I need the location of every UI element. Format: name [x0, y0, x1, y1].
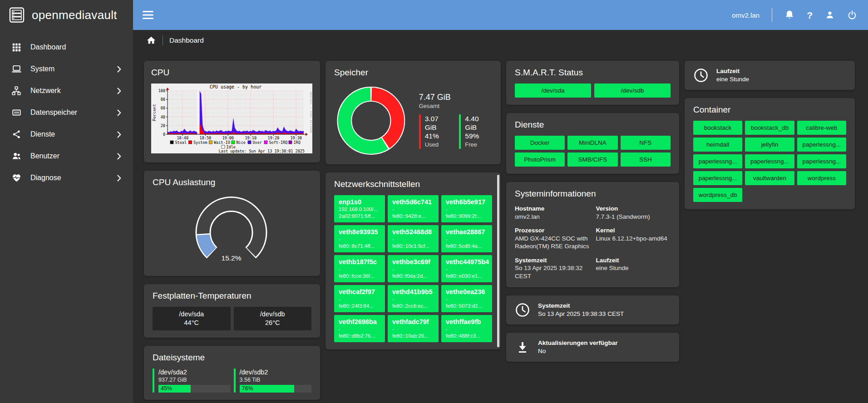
- widget-title: CPU Auslastung: [153, 177, 311, 187]
- services-widget: Dienste DockerMiniDLNANFSPhotoPrismSMB/C…: [506, 113, 679, 174]
- service-status: PhotoPrism: [515, 152, 565, 167]
- interface-address: fe80::488f:c3...: [446, 333, 488, 339]
- widget-title: Speicher: [334, 68, 492, 78]
- sysinfo-label: Version: [596, 205, 671, 213]
- svg-text:60: 60: [161, 106, 165, 110]
- sysinfo-field: Laufzeiteine Stunde: [596, 256, 671, 280]
- interface-name: veth5d6c741: [392, 198, 434, 206]
- filesystem-usage-bar: 76%: [240, 385, 312, 393]
- interface-address: fe80::2cc6:ec...: [392, 303, 434, 310]
- filesystem-accent-bar: [234, 369, 236, 393]
- cpu-usage-graph: 02040608010018:4018:5019:0019:1019:2019:…: [151, 84, 312, 153]
- sysinfo-field: KernelLinux 6.12.12+bpo-amd64: [596, 226, 671, 251]
- filesystem-size: 3.56 TiB: [240, 376, 312, 383]
- interface-name: vethfadc79f: [392, 318, 434, 326]
- interface-address: -: [446, 206, 488, 213]
- interface-name: vethd41b9b5: [392, 288, 434, 296]
- power-icon[interactable]: [847, 10, 857, 20]
- chevron-right-icon: [117, 175, 121, 182]
- system-time-value: So 13 Apr 2025 19:38:33 CEST: [538, 310, 624, 318]
- interface-name: vethb187f5c: [339, 258, 380, 266]
- filesystem-accent-bar: [153, 369, 154, 393]
- cpu-load-gauge: 15.2%: [153, 193, 310, 267]
- smart-device-status: /dev/sda: [515, 84, 591, 98]
- network-interfaces-widget: Netzwerkschnittstellen enp1s0192.168.0.1…: [326, 172, 501, 349]
- widget-title: Aktualisierungen verfügbar: [538, 339, 618, 347]
- network-interface-card: veth6b5e917-fe80::9099:2f...: [441, 195, 492, 222]
- interface-name: vethcaf2f97: [339, 288, 380, 296]
- svg-text:18:50: 18:50: [200, 136, 212, 140]
- interface-name: vethffae9fb: [446, 318, 488, 326]
- bell-icon[interactable]: [784, 10, 794, 20]
- interface-address: -: [339, 236, 380, 243]
- scrollbar-thumb[interactable]: [497, 175, 499, 347]
- svg-text:80: 80: [161, 97, 165, 102]
- sidebar-item-benutzer[interactable]: Benutzer: [0, 145, 133, 167]
- network-interface-card: vethc44975b4-fe80::e030:e1...: [441, 255, 492, 282]
- interface-address: fe80::fcce:36f...: [339, 273, 380, 280]
- svg-text:System: System: [193, 140, 207, 145]
- sysinfo-label: Laufzeit: [596, 256, 671, 265]
- widget-title: Systeminformationen: [515, 189, 671, 199]
- download-icon: [515, 339, 530, 355]
- containers-widget: Container bookstackbookstack_dbcalibre-w…: [685, 98, 855, 209]
- sidebar-item-dienste[interactable]: Dienste: [0, 123, 133, 145]
- interface-address: -: [446, 266, 488, 273]
- diagnostics-icon: [11, 173, 22, 183]
- interface-name: vethf2698ba: [339, 318, 380, 326]
- cpu-widget: CPU 02040608010018:4018:5019:0019:1019:2…: [144, 61, 320, 162]
- sidebar-item-system[interactable]: System: [0, 58, 133, 80]
- network-interface-card: veth52468d8-fe80::10c1:5cf...: [388, 225, 439, 252]
- svg-text:RRDTOOL / TOBI OETIKER: RRDTOOL / TOBI OETIKER: [310, 92, 312, 133]
- widget-title: Dienste: [515, 120, 671, 130]
- disk-temp-value: 44°C: [184, 319, 199, 327]
- chevron-right-icon: [117, 153, 121, 160]
- sidebar-item-label: Dashboard: [30, 43, 66, 51]
- sidebar-item-netzwerk[interactable]: Netzwerk: [0, 80, 133, 102]
- svg-text:IRQ: IRQ: [294, 140, 301, 145]
- disk-device: /dev/sda: [179, 310, 204, 319]
- interface-address: fe80::f0da:2d...: [392, 273, 434, 280]
- interface-address: fe80::10ab:26...: [392, 333, 434, 339]
- help-icon[interactable]: ?: [807, 10, 813, 20]
- breadcrumb[interactable]: Dashboard: [169, 36, 204, 44]
- interface-address: 2a02:8071:5ff...: [339, 213, 380, 220]
- service-status: Docker: [515, 136, 565, 150]
- system-time-widget: Systemzeit So 13 Apr 2025 19:38:33 CEST: [506, 295, 679, 324]
- interface-address: fe80::5cd0:4a...: [446, 243, 488, 250]
- user-icon[interactable]: [825, 10, 835, 20]
- container-status: paperlessng...: [797, 138, 846, 152]
- sidebar-item-datenspeicher[interactable]: Datenspeicher: [0, 102, 133, 123]
- interface-name: vethc44975b4: [446, 258, 488, 266]
- network-interface-card: vethfadc79f-fe80::10ab:26...: [388, 315, 439, 342]
- sysinfo-field: ProzessorAMD GX-424CC SOC with Radeon(TM…: [515, 226, 590, 251]
- clock-icon: [693, 68, 709, 83]
- interface-address: -: [392, 206, 434, 213]
- menu-toggle-button[interactable]: [143, 11, 153, 19]
- system-icon: [11, 64, 22, 74]
- interface-name: vethae28867: [446, 228, 488, 236]
- sidebar-item-diagnose[interactable]: Diagnose: [0, 167, 133, 189]
- svg-text:15.2%: 15.2%: [222, 254, 242, 262]
- interface-address: fe80::9428:e...: [392, 213, 434, 220]
- sidebar-item-label: Diagnose: [30, 174, 61, 182]
- container-status: wordpress_db: [693, 188, 742, 202]
- network-interface-card: vethd41b9b5-fe80::2cc6:ec...: [388, 285, 439, 312]
- filesystem-item: /dev/sdb23.56 TiB76%: [234, 369, 312, 393]
- memory-total-label: Gesamt: [419, 103, 492, 109]
- chevron-right-icon: [117, 131, 121, 138]
- dashboard-grid-icon: [11, 42, 22, 52]
- container-status: vaultwarden: [745, 171, 794, 185]
- uptime-value: eine Stunde: [716, 75, 749, 84]
- interface-address: -: [339, 296, 380, 303]
- widget-title: Systemzeit: [538, 302, 624, 310]
- network-interface-card: vethcaf2f97-fe80::24f3:84...: [334, 285, 385, 312]
- svg-text:19:20: 19:20: [268, 136, 280, 140]
- memory-free-stat: 4.40 GiB 59% Free: [459, 114, 492, 149]
- interface-address: -: [392, 296, 434, 303]
- svg-text:User: User: [253, 140, 262, 145]
- network-interface-card: vethae28867-fe80::5cd0:4a...: [441, 225, 492, 252]
- sidebar-item-dashboard[interactable]: Dashboard: [0, 36, 133, 58]
- home-icon[interactable]: [146, 35, 156, 45]
- svg-text:100: 100: [158, 88, 165, 93]
